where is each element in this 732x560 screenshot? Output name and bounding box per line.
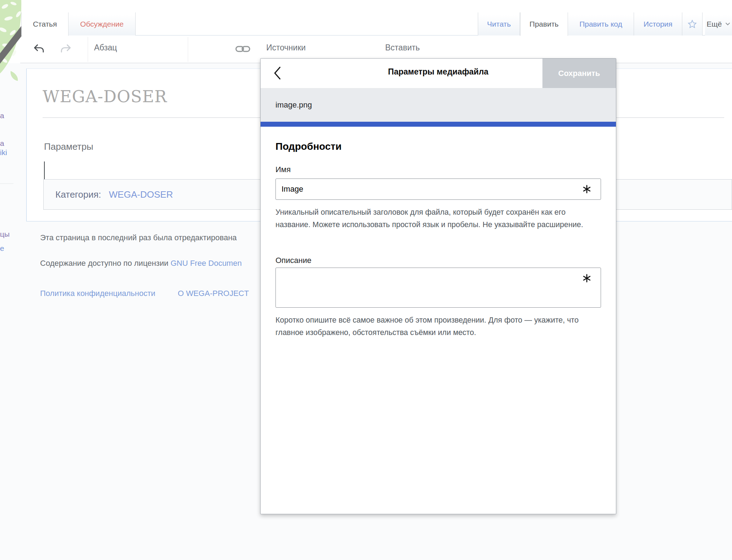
tab-read-label: Читать bbox=[487, 20, 511, 28]
special-character-button[interactable]: Ω bbox=[457, 35, 473, 58]
wiki-logo bbox=[0, 0, 22, 87]
license-text: Содержание доступно по лицензии GNU Free… bbox=[40, 259, 242, 268]
sidebar-link-fragment[interactable]: а bbox=[0, 139, 4, 148]
star-icon bbox=[687, 19, 697, 29]
last-edited-text: Эта страница в последний раз была отреда… bbox=[40, 233, 237, 242]
sidebar-link-fragment[interactable]: а bbox=[0, 111, 4, 120]
required-asterisk-icon bbox=[582, 185, 591, 194]
privacy-policy-link[interactable]: Политика конфиденциальности bbox=[40, 289, 155, 298]
redo-icon bbox=[60, 44, 72, 56]
tab-history-label: История bbox=[644, 20, 672, 28]
cite-dropdown[interactable]: Источники bbox=[266, 35, 328, 58]
paragraph-format-dropdown[interactable]: Абзац bbox=[94, 35, 188, 63]
tab-read[interactable]: Читать bbox=[478, 12, 520, 35]
sidebar-divider bbox=[0, 183, 13, 184]
tab-more[interactable]: Ещё bbox=[705, 12, 732, 35]
cite-label: Источники bbox=[266, 43, 306, 53]
tab-article[interactable]: Статья bbox=[21, 12, 69, 36]
link-button[interactable] bbox=[234, 43, 251, 57]
details-heading: Подробности bbox=[275, 141, 342, 152]
file-tab[interactable]: image.png bbox=[261, 88, 616, 122]
tab-more-label: Ещё bbox=[707, 20, 722, 28]
sidebar-link-fragment[interactable]: е bbox=[0, 244, 4, 253]
paragraph-format-label: Абзац bbox=[94, 43, 117, 53]
page-title: WEGA-DOSER bbox=[43, 87, 167, 106]
about-link[interactable]: О WEGA-PROJECT bbox=[178, 289, 249, 298]
tab-history[interactable]: История bbox=[634, 12, 682, 35]
sidebar-link-fragment[interactable]: цы bbox=[0, 230, 10, 238]
description-help-text: Коротко опишите всё самое важное об этом… bbox=[275, 314, 607, 339]
name-field-label: Имя bbox=[275, 165, 291, 174]
media-settings-dialog: Параметры медиафайла Сохранить image.png… bbox=[260, 58, 616, 514]
tab-discussion[interactable]: Обсуждение bbox=[69, 12, 136, 35]
redo-button[interactable] bbox=[58, 43, 73, 57]
required-asterisk-icon bbox=[582, 274, 591, 283]
tab-discussion-label: Обсуждение bbox=[80, 20, 124, 28]
name-input[interactable] bbox=[275, 179, 601, 200]
chevron-down-icon bbox=[725, 22, 730, 26]
text-style-dropdown[interactable]: A bbox=[197, 35, 225, 63]
name-help-text: Уникальный описательный заголовок для фа… bbox=[275, 206, 595, 231]
progress-bar bbox=[261, 122, 616, 127]
description-textarea[interactable] bbox=[275, 268, 601, 308]
list-structure-dropdown[interactable] bbox=[340, 35, 373, 58]
toolbar-separator bbox=[88, 37, 88, 62]
sidebar-link-fragment[interactable]: iki bbox=[0, 148, 7, 157]
tab-watch[interactable] bbox=[682, 12, 703, 35]
dialog-header: Параметры медиафайла Сохранить bbox=[261, 59, 616, 88]
tab-article-label: Статья bbox=[33, 20, 57, 28]
license-link[interactable]: GNU Free Documen bbox=[170, 259, 242, 268]
undo-button[interactable] bbox=[31, 43, 47, 57]
tab-edit-label: Править bbox=[530, 20, 559, 28]
category-link[interactable]: WEGA-DOSER bbox=[109, 189, 173, 200]
file-name: image.png bbox=[275, 100, 312, 110]
tab-edit-source-label: Править код bbox=[579, 20, 622, 28]
footer-links: Политика конфиденциальности О WEGA-PROJE… bbox=[40, 289, 249, 298]
link-icon bbox=[235, 44, 250, 56]
tab-edit-source[interactable]: Править код bbox=[568, 12, 634, 35]
description-field-label: Описание bbox=[275, 256, 311, 265]
toolbar-separator bbox=[188, 37, 188, 62]
editor-paragraph[interactable]: Параметры bbox=[44, 141, 93, 152]
insert-dropdown[interactable]: Вставить bbox=[385, 35, 445, 58]
insert-label: Вставить bbox=[385, 43, 420, 53]
category-label: Категория: bbox=[55, 189, 101, 200]
save-button[interactable]: Сохранить bbox=[542, 59, 616, 88]
license-prefix: Содержание доступно по лицензии bbox=[40, 259, 170, 268]
undo-icon bbox=[33, 44, 45, 56]
text-cursor bbox=[44, 161, 45, 182]
tab-edit[interactable]: Править bbox=[520, 12, 568, 36]
